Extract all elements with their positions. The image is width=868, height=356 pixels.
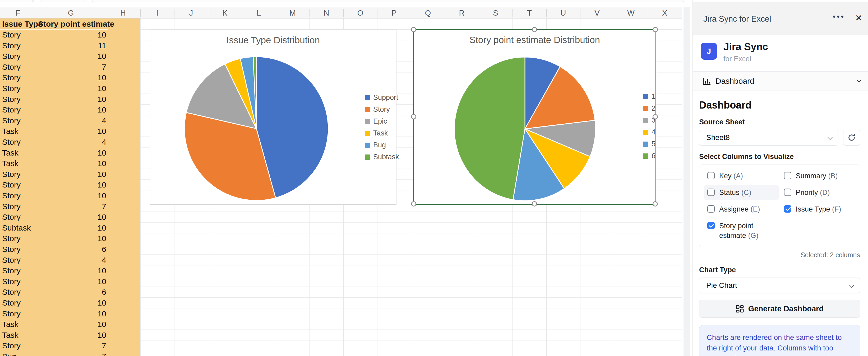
table-row[interactable]: Story6 <box>0 287 141 297</box>
pie-chart-issue-type[interactable]: Issue Type Distribution SupportStoryEpic… <box>150 30 397 205</box>
table-row[interactable]: Story4 <box>0 136 141 148</box>
cell-issue-type[interactable]: Story <box>2 30 21 39</box>
source-sheet-select[interactable]: Sheet8 <box>699 130 838 145</box>
table-row[interactable]: Story6 <box>0 244 141 255</box>
cell-story-points[interactable]: 7 <box>36 63 106 71</box>
unchecked-checkbox[interactable] <box>707 189 715 196</box>
cell-story-points[interactable]: 10 <box>36 181 106 189</box>
cell-issue-type[interactable]: Task <box>2 159 19 168</box>
cell-story-points[interactable]: 4 <box>36 256 106 265</box>
resize-handle[interactable] <box>653 27 658 32</box>
legend-item-4[interactable]: 4 <box>643 126 655 138</box>
cell-story-points[interactable]: 10 <box>36 159 106 168</box>
table-row[interactable]: Story7 <box>0 201 141 212</box>
unchecked-checkbox[interactable] <box>784 172 792 179</box>
column-header-R[interactable]: R <box>459 9 465 18</box>
cell-issue-type[interactable]: Subtask <box>2 223 31 232</box>
legend-item-Bug[interactable]: Bug <box>365 139 386 151</box>
dashboard-section-toggle[interactable]: Dashboard <box>693 71 868 91</box>
cell-issue-type[interactable]: Story <box>2 63 21 71</box>
cell-story-points[interactable]: 10 <box>36 234 106 243</box>
table-row[interactable]: Story10 <box>0 308 141 319</box>
table-row[interactable]: Story10 <box>0 169 141 180</box>
cell-story-points[interactable]: 10 <box>36 213 106 222</box>
cell-issue-type[interactable]: Story <box>2 181 21 189</box>
cell-issue-type[interactable]: Story <box>2 341 21 350</box>
cell-story-points[interactable]: 10 <box>36 105 106 115</box>
column-header-Q[interactable]: Q <box>425 9 431 18</box>
cell-issue-type[interactable]: Story <box>2 288 21 297</box>
legend-item-5[interactable]: 5 <box>643 138 655 150</box>
table-row[interactable]: Story10 <box>0 51 141 62</box>
resize-handle[interactable] <box>532 27 537 32</box>
cell-story-points[interactable]: 7 <box>36 341 106 350</box>
table-row[interactable]: Story10 <box>0 83 141 94</box>
column-header-H[interactable]: H <box>120 9 126 18</box>
cell-issue-type[interactable]: Story <box>2 105 21 115</box>
cell-story-points[interactable]: 10 <box>36 191 106 200</box>
cell-issue-type[interactable]: Bug <box>2 352 16 356</box>
legend-item-Subtask[interactable]: Subtask <box>365 151 399 163</box>
pie-plot[interactable] <box>414 30 655 204</box>
cell-story-points[interactable]: 10 <box>36 223 106 232</box>
resize-handle[interactable] <box>411 201 416 206</box>
cell-issue-type[interactable]: Task <box>2 127 19 136</box>
cell-issue-type[interactable]: Story <box>2 41 21 50</box>
cell-story-points[interactable]: 10 <box>36 73 106 82</box>
legend-item-Story[interactable]: Story <box>365 103 390 116</box>
unchecked-checkbox[interactable] <box>784 189 792 196</box>
checked-checkbox[interactable] <box>784 205 792 213</box>
table-row[interactable]: Story10 <box>0 94 141 105</box>
resize-handle[interactable] <box>653 114 658 119</box>
table-row[interactable]: Story7 <box>0 340 141 351</box>
cell-issue-type[interactable]: Story <box>2 245 21 254</box>
cell-story-points[interactable]: 7 <box>36 352 106 356</box>
table-row[interactable]: Story10 <box>0 190 141 201</box>
cell-issue-type[interactable]: Story <box>2 277 21 286</box>
cell-story-points[interactable]: 10 <box>36 309 106 318</box>
cell-issue-type[interactable]: Story <box>2 266 21 275</box>
column-header-N[interactable]: N <box>324 9 329 18</box>
legend-item-Epic[interactable]: Epic <box>365 116 387 127</box>
cell-story-points[interactable]: 4 <box>36 116 106 125</box>
cell-issue-type[interactable]: Story <box>2 256 21 265</box>
column-header-X[interactable]: X <box>662 9 667 18</box>
resize-handle[interactable] <box>411 114 416 119</box>
refresh-button[interactable] <box>843 130 860 145</box>
cell-issue-type[interactable]: Story <box>2 73 21 82</box>
close-icon[interactable]: ✕ <box>855 13 863 23</box>
table-row[interactable]: Task10 <box>0 158 141 169</box>
table-row[interactable]: Story7 <box>0 62 141 72</box>
chart-type-select[interactable]: Pie Chart <box>699 278 860 293</box>
column-header-O[interactable]: O <box>358 9 364 18</box>
table-row[interactable]: Story10 <box>0 72 141 83</box>
column-option-status[interactable]: Status (C) <box>704 185 779 200</box>
legend-item-2[interactable]: 2 <box>643 102 655 115</box>
column-header-G[interactable]: G <box>68 9 74 18</box>
cell-story-points[interactable]: 10 <box>36 95 106 104</box>
cell-issue-type[interactable]: Story <box>2 298 21 308</box>
table-row[interactable]: Task10 <box>0 319 141 330</box>
table-row[interactable]: Task10 <box>0 126 141 136</box>
column-option-summary[interactable]: Summary (B) <box>781 168 855 184</box>
cell-issue-type[interactable]: Story <box>2 116 21 125</box>
legend-item-1[interactable]: 1 <box>643 91 655 102</box>
cell-story-points[interactable]: 10 <box>36 266 106 275</box>
cell-issue-type[interactable]: Task <box>2 320 19 329</box>
cell-issue-type[interactable]: Story <box>2 170 21 179</box>
chevron-down-icon[interactable] <box>857 78 861 83</box>
cell-issue-type[interactable]: Task <box>2 331 19 339</box>
cell-story-points[interactable]: 6 <box>36 288 106 297</box>
cell-issue-type[interactable]: Story <box>2 309 21 318</box>
cell-issue-type[interactable]: Story <box>2 95 21 104</box>
checked-checkbox[interactable] <box>707 222 715 229</box>
ellipsis-menu-icon[interactable]: ••• <box>833 12 845 21</box>
cell-story-points[interactable]: 7 <box>36 202 106 211</box>
table-row[interactable]: Story10 <box>0 297 141 308</box>
cell-story-points[interactable]: 10 <box>36 298 106 308</box>
cell-story-points[interactable]: 10 <box>36 320 106 329</box>
column-header-M[interactable]: M <box>289 9 296 18</box>
cell-issue-type[interactable]: Story <box>2 234 21 243</box>
unchecked-checkbox[interactable] <box>707 205 715 213</box>
column-header-F[interactable]: F <box>16 9 20 18</box>
